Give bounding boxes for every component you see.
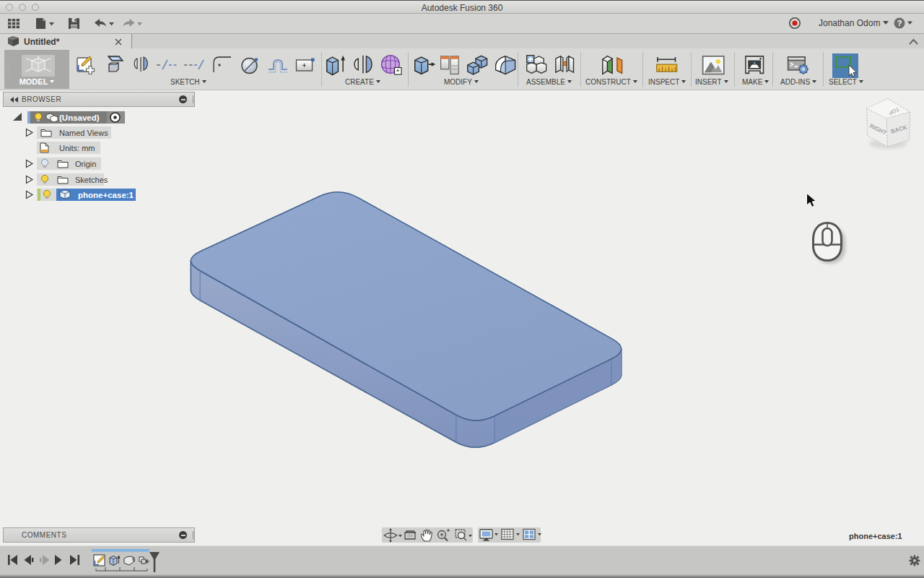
svg-text:?: ? [897,19,902,27]
